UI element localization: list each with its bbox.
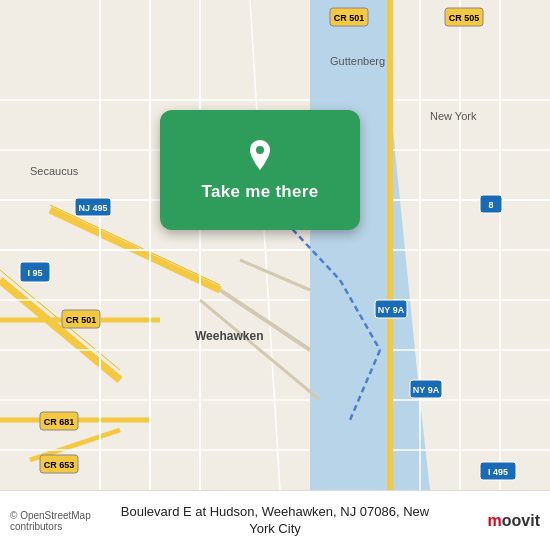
svg-text:Weehawken: Weehawken bbox=[195, 329, 263, 343]
take-me-there-button[interactable]: Take me there bbox=[160, 110, 360, 230]
svg-text:CR 501: CR 501 bbox=[334, 13, 365, 23]
svg-text:NY 9A: NY 9A bbox=[378, 305, 405, 315]
svg-text:New York: New York bbox=[430, 110, 477, 122]
svg-text:CR 505: CR 505 bbox=[449, 13, 480, 23]
address-text: Boulevard E at Hudson, Weehawken, NJ 070… bbox=[116, 504, 434, 538]
svg-text:CR 653: CR 653 bbox=[44, 460, 75, 470]
osm-credit: © OpenStreetMap contributors bbox=[10, 510, 116, 532]
svg-text:CR 681: CR 681 bbox=[44, 417, 75, 427]
location-pin-icon bbox=[242, 138, 278, 174]
moovit-logo: moovit bbox=[434, 512, 540, 530]
svg-text:I 95: I 95 bbox=[27, 268, 42, 278]
svg-text:Guttenberg: Guttenberg bbox=[330, 55, 385, 67]
take-me-there-label: Take me there bbox=[202, 182, 319, 202]
svg-text:I 495: I 495 bbox=[488, 467, 508, 477]
moovit-rest: oovit bbox=[502, 512, 540, 529]
svg-text:NY 9A: NY 9A bbox=[413, 385, 440, 395]
svg-text:8: 8 bbox=[488, 200, 493, 210]
svg-text:CR 501: CR 501 bbox=[66, 315, 97, 325]
svg-point-68 bbox=[256, 146, 264, 154]
bottom-bar: © OpenStreetMap contributors Boulevard E… bbox=[0, 490, 550, 550]
moovit-m: m bbox=[488, 512, 502, 529]
svg-text:Secaucus: Secaucus bbox=[30, 165, 79, 177]
svg-text:NJ 495: NJ 495 bbox=[78, 203, 107, 213]
map-container: CR 501 CR 681 CR 653 I 95 NJ 495 CR 501 … bbox=[0, 0, 550, 490]
